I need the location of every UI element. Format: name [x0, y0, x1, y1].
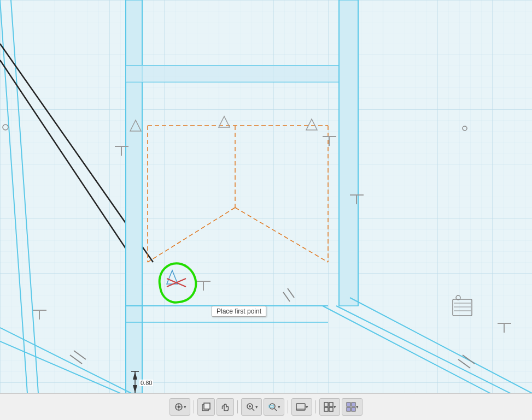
- copy-button[interactable]: [197, 398, 215, 416]
- svg-rect-1: [0, 0, 532, 393]
- toolbar-separator-1: [194, 400, 194, 413]
- svg-line-72: [252, 409, 254, 411]
- svg-rect-12: [339, 0, 358, 306]
- toolbar-separator-4: [315, 400, 316, 413]
- zoom-in-button[interactable]: ▾: [241, 398, 262, 416]
- dimension-label: 0.80: [139, 380, 153, 386]
- svg-point-73: [270, 404, 275, 409]
- svg-rect-85: [352, 407, 355, 411]
- grid-svg: [0, 0, 532, 393]
- toolbar-separator-2: [237, 400, 238, 413]
- svg-rect-78: [324, 403, 328, 406]
- svg-rect-79: [329, 403, 333, 406]
- canvas-area[interactable]: Place first point 0.80: [0, 0, 532, 393]
- display-mode-button[interactable]: ▾: [291, 398, 312, 416]
- view-options-button[interactable]: ▾: [342, 398, 363, 416]
- svg-rect-68: [204, 403, 210, 409]
- svg-line-74: [274, 409, 277, 411]
- svg-rect-6: [126, 0, 142, 393]
- toolbar: ▾ ▾ ▾: [0, 393, 532, 420]
- zoom-select-button[interactable]: ▾: [264, 398, 284, 416]
- svg-rect-84: [347, 407, 350, 411]
- svg-rect-83: [352, 403, 355, 406]
- svg-point-66: [178, 406, 180, 408]
- place-first-point-tooltip: Place first point: [212, 306, 266, 317]
- pan-button[interactable]: [217, 398, 234, 416]
- grid-button[interactable]: ▾: [319, 398, 340, 416]
- svg-rect-80: [324, 407, 328, 411]
- svg-rect-11: [126, 66, 355, 82]
- svg-rect-81: [329, 407, 333, 411]
- toolbar-separator-3: [288, 400, 288, 413]
- snap-button[interactable]: ▾: [169, 398, 190, 416]
- svg-rect-82: [347, 403, 350, 406]
- cursor-icon: [164, 268, 189, 292]
